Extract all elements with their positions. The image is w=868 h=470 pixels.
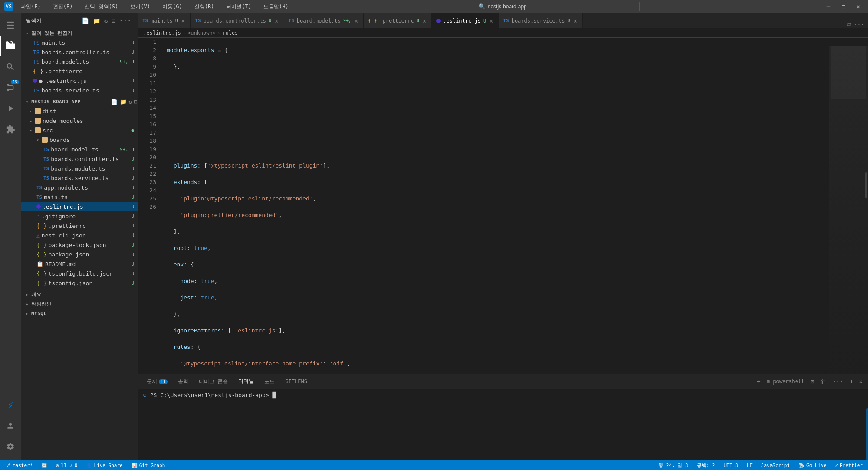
open-editors-header[interactable]: ▾ 열려 있는 편집기 bbox=[21, 28, 138, 38]
search-activity-icon[interactable] bbox=[0, 56, 21, 77]
menu-run[interactable]: 실행(R) bbox=[192, 2, 217, 11]
code-editor[interactable]: 1 2 8 9 10 11 12 13 14 15 16 17 bbox=[138, 38, 829, 374]
tab-close-icon[interactable]: × bbox=[274, 17, 279, 24]
close-panel-icon[interactable]: × bbox=[858, 377, 865, 386]
folder-dist[interactable]: ▸ dist bbox=[21, 106, 138, 116]
explorer-activity-icon[interactable] bbox=[0, 36, 21, 56]
collapse-action-icon[interactable]: ⊟ bbox=[134, 99, 138, 105]
panel-tab-ports[interactable]: 포트 bbox=[259, 374, 280, 389]
project-header[interactable]: ▾ NESTJS-BOARD-APP 📄 📁 ↻ ⊟ bbox=[21, 97, 138, 106]
status-sync[interactable]: 🔄 bbox=[39, 460, 49, 470]
status-errors[interactable]: ⊘ 11 ⚠ 0 bbox=[54, 460, 79, 470]
menu-terminal[interactable]: 터미널(T) bbox=[224, 2, 254, 11]
status-encoding[interactable]: UTF-8 bbox=[722, 460, 740, 470]
tab-close-icon[interactable]: × bbox=[354, 17, 359, 24]
menu-file[interactable]: 파일(F) bbox=[18, 2, 43, 11]
panel-tab-problems[interactable]: 문제 11 bbox=[141, 374, 173, 389]
file-main-ts[interactable]: TS main.ts U bbox=[21, 192, 138, 202]
open-editor-boards-controller[interactable]: TS boards.controller.ts U bbox=[21, 47, 138, 57]
tab-board-model[interactable]: TS board.model.ts 9+, × bbox=[284, 13, 364, 28]
search-box[interactable]: 🔍 bbox=[475, 2, 640, 11]
open-editor-boards-service[interactable]: TS boards.service.ts U bbox=[21, 85, 138, 95]
mysql-header[interactable]: ▸ MYSQL bbox=[21, 309, 138, 318]
new-file-icon[interactable]: 📄 bbox=[81, 16, 90, 25]
status-spaces[interactable]: 공백: 2 bbox=[695, 460, 717, 470]
panel-tab-debug-console[interactable]: 디버그 콘솔 bbox=[194, 374, 233, 389]
extensions-activity-icon[interactable] bbox=[0, 119, 21, 140]
file-eslintrc[interactable]: .eslintrc.js U bbox=[21, 202, 138, 211]
panel-tab-gitlens[interactable]: GITLENS bbox=[280, 374, 312, 389]
file-nest-cli[interactable]: △ nest-cli.json U bbox=[21, 230, 138, 240]
file-boards-controller[interactable]: TS boards.controller.ts U bbox=[21, 154, 138, 164]
tab-boards-service[interactable]: TS boards.service.ts U × bbox=[499, 13, 583, 28]
refresh-icon[interactable]: ↻ bbox=[103, 16, 109, 25]
maximize-panel-icon[interactable]: ⬆ bbox=[848, 377, 855, 386]
breadcrumb-unknown[interactable]: <unknown> bbox=[187, 30, 216, 36]
maximize-button[interactable]: □ bbox=[838, 2, 848, 11]
new-file-action-icon[interactable]: 📄 bbox=[111, 99, 118, 105]
open-editor-board-model[interactable]: TS board.model.ts 9+, U bbox=[21, 57, 138, 66]
kill-terminal-icon[interactable]: 🗑 bbox=[819, 377, 828, 386]
tab-main-ts[interactable]: TS main.ts U × bbox=[138, 13, 191, 28]
panel-tab-terminal[interactable]: 터미널 bbox=[233, 374, 259, 389]
file-prettierrc[interactable]: { } .prettierrc U bbox=[21, 221, 138, 230]
folder-boards[interactable]: ▾ boards bbox=[21, 135, 138, 145]
more-terminal-icon[interactable]: ··· bbox=[831, 377, 845, 386]
split-editor-icon[interactable]: ⧉ bbox=[847, 21, 851, 28]
file-package-lock[interactable]: { } package-lock.json U bbox=[21, 240, 138, 250]
file-boards-service[interactable]: TS boards.service.ts U bbox=[21, 173, 138, 183]
status-live-share[interactable]: 👤 Live Share bbox=[84, 460, 124, 470]
open-editor-main-ts[interactable]: TS main.ts U bbox=[21, 38, 138, 47]
tab-close-icon[interactable]: × bbox=[181, 17, 186, 24]
minimize-button[interactable]: ─ bbox=[823, 2, 834, 11]
status-golive[interactable]: 📡 Go Live bbox=[797, 460, 828, 470]
close-button[interactable]: ✕ bbox=[853, 2, 864, 11]
file-app-module[interactable]: TS app.module.ts U bbox=[21, 183, 138, 192]
scrollbar-thumb[interactable] bbox=[865, 172, 867, 198]
new-folder-action-icon[interactable]: 📁 bbox=[120, 99, 127, 105]
file-gitignore[interactable]: ⚐ .gitignore U bbox=[21, 211, 138, 221]
new-folder-icon[interactable]: 📁 bbox=[92, 16, 102, 25]
new-terminal-icon[interactable]: + bbox=[755, 377, 762, 386]
tab-prettierrc[interactable]: { } .prettierrc U × bbox=[364, 13, 432, 28]
menu-help[interactable]: 도움말(H) bbox=[261, 2, 291, 11]
menu-activity-icon[interactable]: ☰ bbox=[0, 15, 21, 36]
menu-edit[interactable]: 편집(E) bbox=[50, 2, 76, 11]
file-package[interactable]: { } package.json U bbox=[21, 250, 138, 259]
timeline-header[interactable]: ▸ 타임라인 bbox=[21, 299, 138, 309]
breadcrumb-eslintrc[interactable]: .eslintrc.js bbox=[143, 30, 181, 36]
tab-close-icon[interactable]: × bbox=[573, 17, 578, 24]
account-activity-icon[interactable] bbox=[0, 415, 21, 436]
status-prettier[interactable]: ✓ Prettier bbox=[833, 460, 865, 470]
tab-close-icon[interactable]: × bbox=[489, 17, 494, 24]
file-readme[interactable]: 📋 README.md U bbox=[21, 259, 138, 269]
tab-eslintrc[interactable]: .eslintrc.js U × bbox=[432, 13, 499, 28]
file-tsconfig[interactable]: { } tsconfig.json U bbox=[21, 278, 138, 288]
breadcrumb-rules[interactable]: rules bbox=[222, 30, 238, 36]
source-control-activity-icon[interactable]: 15 bbox=[0, 77, 21, 98]
status-git-graph[interactable]: 📊 Git Graph bbox=[130, 460, 167, 470]
split-terminal-icon[interactable]: ⊡ bbox=[809, 377, 815, 386]
file-boards-module[interactable]: TS boards.module.ts U bbox=[21, 164, 138, 173]
file-board-model[interactable]: TS board.model.ts 9+, U bbox=[21, 145, 138, 154]
more-options-icon[interactable]: ··· bbox=[118, 16, 132, 25]
menu-go[interactable]: 이동(G) bbox=[160, 2, 185, 11]
tab-close-icon[interactable]: × bbox=[422, 17, 427, 24]
outline-header[interactable]: ▸ 개요 bbox=[21, 289, 138, 299]
remote-activity-icon[interactable]: ⚡ bbox=[0, 394, 21, 415]
open-editor-eslintrc[interactable]: ● .eslintrc.js U bbox=[21, 76, 138, 85]
menu-select[interactable]: 선택 영역(S) bbox=[82, 2, 121, 11]
folder-node-modules[interactable]: ▸ node_modules bbox=[21, 116, 138, 125]
run-activity-icon[interactable] bbox=[0, 98, 21, 119]
status-language[interactable]: JavaScript bbox=[760, 460, 792, 470]
more-tabs-icon[interactable]: ··· bbox=[854, 21, 865, 28]
code-content[interactable]: module.exports = { }, plugins: ['@typesc… bbox=[160, 38, 829, 374]
menu-view[interactable]: 보기(V) bbox=[128, 2, 153, 11]
refresh-action-icon[interactable]: ↻ bbox=[128, 99, 132, 105]
panel-tab-output[interactable]: 출력 bbox=[173, 374, 194, 389]
open-editor-prettierrc[interactable]: { } .prettierrc bbox=[21, 66, 138, 76]
status-git-branch[interactable]: ⎇ master* bbox=[3, 460, 34, 470]
file-tsconfig-build[interactable]: { } tsconfig.build.json U bbox=[21, 269, 138, 278]
folder-src[interactable]: ▾ src ● bbox=[21, 125, 138, 135]
status-eol[interactable]: LF bbox=[745, 460, 754, 470]
